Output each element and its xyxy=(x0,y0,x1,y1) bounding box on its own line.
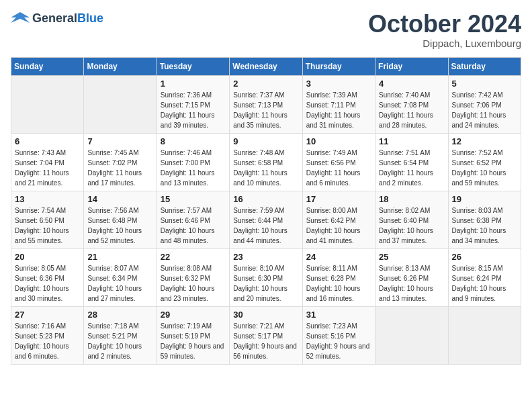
day-info: Sunrise: 8:08 AM Sunset: 6:32 PM Dayligh… xyxy=(161,263,226,304)
day-number: 15 xyxy=(161,194,226,204)
calendar-cell: 24Sunrise: 8:11 AM Sunset: 6:28 PM Dayli… xyxy=(302,248,375,306)
calendar-cell: 10Sunrise: 7:49 AM Sunset: 6:56 PM Dayli… xyxy=(302,133,375,191)
calendar-cell: 7Sunrise: 7:45 AM Sunset: 7:02 PM Daylig… xyxy=(84,133,157,191)
day-number: 16 xyxy=(233,194,298,204)
day-number: 28 xyxy=(87,310,152,320)
day-number: 22 xyxy=(161,252,226,262)
day-info: Sunrise: 7:45 AM Sunset: 7:02 PM Dayligh… xyxy=(87,148,152,188)
calendar-cell: 28Sunrise: 7:18 AM Sunset: 5:21 PM Dayli… xyxy=(84,306,157,364)
calendar-cell xyxy=(84,75,157,133)
calendar-cell: 27Sunrise: 7:16 AM Sunset: 5:23 PM Dayli… xyxy=(11,306,84,364)
day-info: Sunrise: 8:13 AM Sunset: 6:26 PM Dayligh… xyxy=(379,263,444,304)
day-number: 26 xyxy=(452,252,517,262)
day-number: 1 xyxy=(161,79,226,89)
day-number: 9 xyxy=(233,136,298,146)
logo-icon xyxy=(11,11,30,26)
calendar-cell: 5Sunrise: 7:42 AM Sunset: 7:06 PM Daylig… xyxy=(448,75,521,133)
calendar-cell: 6Sunrise: 7:43 AM Sunset: 7:04 PM Daylig… xyxy=(11,133,84,191)
calendar-cell: 29Sunrise: 7:19 AM Sunset: 5:19 PM Dayli… xyxy=(157,306,229,364)
day-number: 23 xyxy=(233,252,298,262)
header-monday: Monday xyxy=(84,57,157,75)
day-info: Sunrise: 7:48 AM Sunset: 6:58 PM Dayligh… xyxy=(233,148,298,188)
day-number: 8 xyxy=(161,136,226,146)
week-row-1: 1Sunrise: 7:36 AM Sunset: 7:15 PM Daylig… xyxy=(11,75,521,133)
logo: GeneralBlue xyxy=(11,11,103,26)
calendar-cell: 22Sunrise: 8:08 AM Sunset: 6:32 PM Dayli… xyxy=(157,248,229,306)
week-row-3: 13Sunrise: 7:54 AM Sunset: 6:50 PM Dayli… xyxy=(11,191,521,248)
day-info: Sunrise: 7:57 AM Sunset: 6:46 PM Dayligh… xyxy=(161,205,226,246)
day-number: 27 xyxy=(15,310,80,320)
day-number: 21 xyxy=(87,252,152,262)
day-number: 11 xyxy=(379,136,444,146)
day-info: Sunrise: 7:46 AM Sunset: 7:00 PM Dayligh… xyxy=(161,148,226,188)
header-sunday: Sunday xyxy=(11,57,84,75)
day-number: 20 xyxy=(15,252,80,262)
day-info: Sunrise: 8:07 AM Sunset: 6:34 PM Dayligh… xyxy=(87,263,152,304)
day-info: Sunrise: 8:15 AM Sunset: 6:24 PM Dayligh… xyxy=(452,263,517,304)
day-number: 12 xyxy=(452,136,517,146)
day-info: Sunrise: 8:00 AM Sunset: 6:42 PM Dayligh… xyxy=(306,205,371,246)
header-wednesday: Wednesday xyxy=(230,57,302,75)
day-info: Sunrise: 7:18 AM Sunset: 5:21 PM Dayligh… xyxy=(87,321,152,361)
day-number: 17 xyxy=(306,194,371,204)
day-info: Sunrise: 7:39 AM Sunset: 7:11 PM Dayligh… xyxy=(306,90,371,130)
calendar-cell: 11Sunrise: 7:51 AM Sunset: 6:54 PM Dayli… xyxy=(375,133,448,191)
calendar-cell: 12Sunrise: 7:52 AM Sunset: 6:52 PM Dayli… xyxy=(448,133,521,191)
calendar-header-row: SundayMondayTuesdayWednesdayThursdayFrid… xyxy=(11,57,521,75)
calendar-cell: 17Sunrise: 8:00 AM Sunset: 6:42 PM Dayli… xyxy=(302,191,375,248)
day-number: 18 xyxy=(379,194,444,204)
calendar-cell: 9Sunrise: 7:48 AM Sunset: 6:58 PM Daylig… xyxy=(230,133,302,191)
day-number: 24 xyxy=(306,252,371,262)
calendar-location: Dippach, Luxembourg xyxy=(368,38,521,49)
logo-general-text: General xyxy=(32,11,77,25)
calendar-cell: 21Sunrise: 8:07 AM Sunset: 6:34 PM Dayli… xyxy=(84,248,157,306)
header-thursday: Thursday xyxy=(302,57,375,75)
day-number: 30 xyxy=(233,310,298,320)
week-row-2: 6Sunrise: 7:43 AM Sunset: 7:04 PM Daylig… xyxy=(11,133,521,191)
day-number: 10 xyxy=(306,136,371,146)
header-saturday: Saturday xyxy=(448,57,521,75)
day-number: 25 xyxy=(379,252,444,262)
day-info: Sunrise: 8:11 AM Sunset: 6:28 PM Dayligh… xyxy=(306,263,371,304)
day-info: Sunrise: 7:23 AM Sunset: 5:16 PM Dayligh… xyxy=(306,321,371,361)
header-friday: Friday xyxy=(375,57,448,75)
day-number: 3 xyxy=(306,79,371,89)
day-info: Sunrise: 8:05 AM Sunset: 6:36 PM Dayligh… xyxy=(15,263,80,304)
day-info: Sunrise: 7:54 AM Sunset: 6:50 PM Dayligh… xyxy=(15,205,80,246)
week-row-4: 20Sunrise: 8:05 AM Sunset: 6:36 PM Dayli… xyxy=(11,248,521,306)
calendar-cell: 15Sunrise: 7:57 AM Sunset: 6:46 PM Dayli… xyxy=(157,191,229,248)
calendar-cell: 14Sunrise: 7:56 AM Sunset: 6:48 PM Dayli… xyxy=(84,191,157,248)
calendar-cell: 26Sunrise: 8:15 AM Sunset: 6:24 PM Dayli… xyxy=(448,248,521,306)
day-number: 6 xyxy=(15,136,80,146)
calendar-cell: 25Sunrise: 8:13 AM Sunset: 6:26 PM Dayli… xyxy=(375,248,448,306)
day-info: Sunrise: 8:02 AM Sunset: 6:40 PM Dayligh… xyxy=(379,205,444,246)
calendar-cell xyxy=(375,306,448,364)
calendar-title: October 2024 xyxy=(368,11,521,38)
title-area: October 2024 Dippach, Luxembourg xyxy=(368,11,521,49)
day-number: 19 xyxy=(452,194,517,204)
calendar-cell: 31Sunrise: 7:23 AM Sunset: 5:16 PM Dayli… xyxy=(302,306,375,364)
day-number: 13 xyxy=(15,194,80,204)
calendar-cell: 30Sunrise: 7:21 AM Sunset: 5:17 PM Dayli… xyxy=(230,306,302,364)
week-row-5: 27Sunrise: 7:16 AM Sunset: 5:23 PM Dayli… xyxy=(11,306,521,364)
calendar-cell: 1Sunrise: 7:36 AM Sunset: 7:15 PM Daylig… xyxy=(157,75,229,133)
day-info: Sunrise: 7:19 AM Sunset: 5:19 PM Dayligh… xyxy=(161,321,226,361)
calendar-cell: 23Sunrise: 8:10 AM Sunset: 6:30 PM Dayli… xyxy=(230,248,302,306)
calendar-cell: 20Sunrise: 8:05 AM Sunset: 6:36 PM Dayli… xyxy=(11,248,84,306)
header-tuesday: Tuesday xyxy=(157,57,229,75)
svg-marker-0 xyxy=(11,12,30,23)
day-number: 14 xyxy=(87,194,152,204)
day-info: Sunrise: 7:40 AM Sunset: 7:08 PM Dayligh… xyxy=(379,90,444,130)
day-info: Sunrise: 8:03 AM Sunset: 6:38 PM Dayligh… xyxy=(452,205,517,246)
day-info: Sunrise: 7:56 AM Sunset: 6:48 PM Dayligh… xyxy=(87,205,152,246)
day-number: 7 xyxy=(87,136,152,146)
header: GeneralBlue October 2024 Dippach, Luxemb… xyxy=(11,11,521,49)
day-info: Sunrise: 7:52 AM Sunset: 6:52 PM Dayligh… xyxy=(452,148,517,188)
day-number: 2 xyxy=(233,79,298,89)
day-number: 5 xyxy=(452,79,517,89)
day-info: Sunrise: 7:42 AM Sunset: 7:06 PM Dayligh… xyxy=(452,90,517,130)
day-info: Sunrise: 7:49 AM Sunset: 6:56 PM Dayligh… xyxy=(306,148,371,188)
calendar-table: SundayMondayTuesdayWednesdayThursdayFrid… xyxy=(11,57,521,365)
calendar-cell xyxy=(448,306,521,364)
calendar-cell: 2Sunrise: 7:37 AM Sunset: 7:13 PM Daylig… xyxy=(230,75,302,133)
